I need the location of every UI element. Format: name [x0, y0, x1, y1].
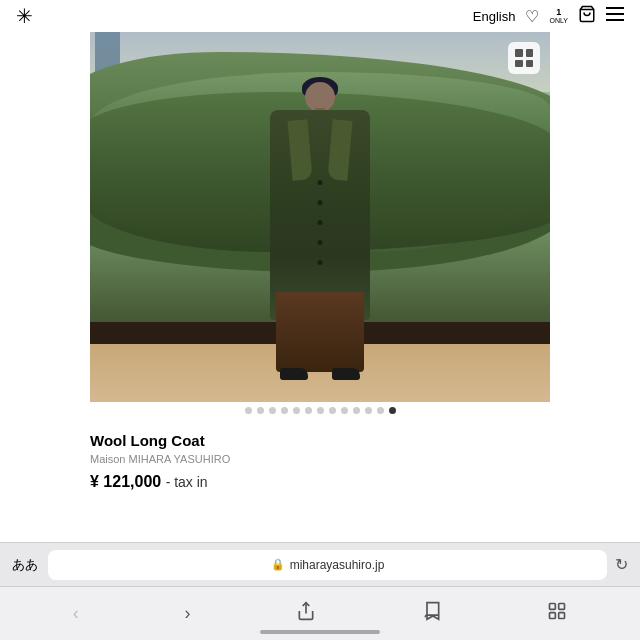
browser-tabs-button[interactable]: [537, 597, 577, 630]
top-navigation-bar: ✳ English ♡ 1 ONLY: [0, 0, 640, 32]
product-brand: Maison MIHARA YASUHIRO: [90, 453, 550, 465]
dot-9[interactable]: [341, 407, 348, 414]
model-coat: [270, 110, 370, 320]
browser-back-button[interactable]: ‹: [63, 599, 89, 628]
lock-icon: 🔒: [271, 558, 285, 571]
dot-10[interactable]: [353, 407, 360, 414]
dot-11[interactable]: [365, 407, 372, 414]
menu-icon[interactable]: [606, 7, 624, 25]
image-dot-indicators: [0, 407, 640, 414]
dot-5[interactable]: [293, 407, 300, 414]
dot-8[interactable]: [329, 407, 336, 414]
product-info-section: Wool Long Coat Maison MIHARA YASUHIRO ¥ …: [90, 432, 550, 491]
dot-13[interactable]: [389, 407, 396, 414]
browser-url: miharayasuhiro.jp: [290, 558, 385, 572]
brand-logo[interactable]: ✳: [16, 4, 33, 28]
browser-bookmarks-button[interactable]: [412, 597, 452, 630]
language-selector[interactable]: English: [473, 9, 516, 24]
dot-3[interactable]: [269, 407, 276, 414]
wishlist-icon[interactable]: ♡: [525, 7, 539, 26]
browser-share-button[interactable]: [286, 597, 326, 630]
svg-rect-8: [559, 613, 565, 619]
svg-rect-5: [550, 604, 556, 610]
browser-aa-button[interactable]: ああ: [12, 556, 40, 574]
product-price: ¥ 121,000 - tax in: [90, 473, 550, 491]
model-shoe-right: [332, 368, 360, 380]
svg-rect-7: [550, 613, 556, 619]
svg-rect-6: [559, 604, 565, 610]
cart-icon-wrap[interactable]: 1 ONLY: [549, 8, 568, 24]
cart-bag-icon[interactable]: [578, 5, 596, 27]
dot-7[interactable]: [317, 407, 324, 414]
browser-url-bar[interactable]: 🔒 miharayasuhiro.jp: [48, 550, 607, 580]
home-indicator: [260, 630, 380, 634]
dot-12[interactable]: [377, 407, 384, 414]
browser-forward-button[interactable]: ›: [174, 599, 200, 628]
cart-count-label: 1: [556, 8, 561, 17]
dot-4[interactable]: [281, 407, 288, 414]
cart-only-label: ONLY: [549, 17, 568, 24]
product-image: [90, 32, 550, 402]
dot-2[interactable]: [257, 407, 264, 414]
model-lower-garment: [276, 292, 364, 372]
image-grid-button[interactable]: [508, 42, 540, 74]
product-image-area: [90, 32, 550, 402]
browser-refresh-button[interactable]: ↻: [615, 555, 628, 574]
dot-1[interactable]: [245, 407, 252, 414]
model-shoe-left: [280, 368, 308, 380]
browser-address-bar: ああ 🔒 miharayasuhiro.jp ↻: [0, 542, 640, 586]
model-figure: [260, 82, 380, 372]
dot-6[interactable]: [305, 407, 312, 414]
product-name: Wool Long Coat: [90, 432, 550, 449]
